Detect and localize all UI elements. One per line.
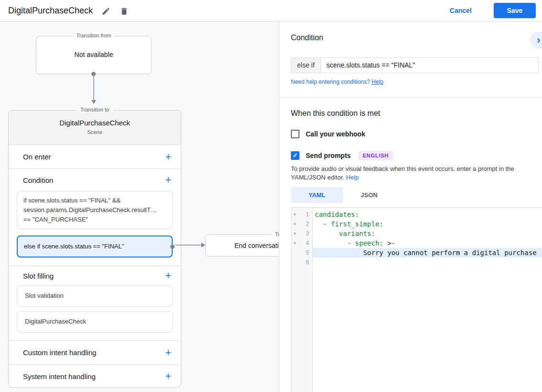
call-webhook-label: Call your webhook bbox=[306, 130, 365, 138]
check-icon: ✓ bbox=[293, 152, 298, 159]
slot-filling-label: Slot filling bbox=[23, 272, 165, 280]
custom-intent-label: Custom intent handling bbox=[23, 348, 165, 357]
line-number: 1 bbox=[299, 211, 312, 218]
send-prompts-checkbox[interactable]: ✓ bbox=[291, 151, 299, 160]
line-number: 2 bbox=[299, 221, 312, 227]
cancel-button[interactable]: Cancel bbox=[442, 3, 479, 18]
add-condition-button[interactable]: + bbox=[165, 175, 171, 185]
condition-expression-input[interactable]: scene.slots.status == "FINAL" bbox=[321, 58, 538, 73]
webhook-row: Call your webhook bbox=[291, 130, 365, 138]
line-number: 5 bbox=[299, 249, 312, 256]
yaml-code-editor[interactable]: ▾1 ▾2 ▾3 ▾4 5 6 candidates: - first_simp… bbox=[291, 207, 542, 392]
connector-arrowhead bbox=[201, 243, 205, 247]
flow-canvas: Transition from Not available Transition… bbox=[0, 22, 279, 392]
conditions-help-text: Need help entering conditions? Help bbox=[291, 78, 383, 85]
code-line: - speech: >- bbox=[313, 238, 542, 248]
end-conversation-node[interactable]: Transition to End conversation bbox=[205, 235, 279, 257]
connector-arrowhead bbox=[91, 100, 96, 104]
add-on-enter-button[interactable]: + bbox=[165, 152, 171, 162]
section-condition: Condition + if scene.slots.status == "FI… bbox=[9, 169, 181, 266]
add-custom-intent-button[interactable]: + bbox=[165, 347, 171, 358]
add-system-intent-button[interactable]: + bbox=[165, 371, 171, 381]
prompt-description: To provide audio or visual feedback when… bbox=[291, 165, 531, 182]
slot-item-validation[interactable]: Slot validation bbox=[17, 285, 173, 307]
fold-icon[interactable]: ▾ bbox=[292, 241, 299, 246]
scene-title: DigitalPurchaseCheck bbox=[9, 119, 181, 127]
editor-format-tabs: YAML JSON bbox=[291, 187, 395, 203]
slot-item-digitalpurchasecheck[interactable]: DigitalPurchaseCheck bbox=[17, 311, 173, 333]
collapse-panel-button[interactable]: › bbox=[530, 32, 542, 49]
section-slot-filling: Slot filling + Slot validation DigitalPu… bbox=[9, 266, 181, 341]
code-line bbox=[313, 258, 542, 267]
fold-icon[interactable]: ▾ bbox=[292, 222, 299, 226]
page-title: DigitalPurchaseCheck bbox=[8, 0, 93, 21]
section-system-intent: System intent handling + bbox=[9, 365, 181, 388]
scene-header[interactable]: DigitalPurchaseCheck Scene bbox=[9, 111, 181, 145]
condition-detail-panel: Condition › else if scene.slots.status =… bbox=[279, 22, 542, 392]
when-met-title: When this condition is met bbox=[291, 109, 380, 118]
edit-title-button[interactable] bbox=[100, 5, 112, 17]
trash-icon bbox=[120, 7, 129, 16]
conditions-help-link[interactable]: Help bbox=[372, 78, 384, 85]
connector-line bbox=[175, 245, 201, 246]
add-slot-button[interactable]: + bbox=[165, 270, 171, 281]
pencil-icon bbox=[101, 7, 111, 16]
editor-code-area[interactable]: candidates: - first_simple: variants: - … bbox=[313, 208, 542, 392]
system-intent-label: System intent handling bbox=[23, 372, 165, 381]
condition-expression-row: else if scene.slots.status == "FINAL" bbox=[291, 57, 539, 73]
code-line: - first_simple: bbox=[313, 219, 542, 229]
top-bar: DigitalPurchaseCheck Cancel Save bbox=[0, 0, 542, 22]
scene-editor-page: DigitalPurchaseCheck Cancel Save Transit… bbox=[0, 0, 542, 392]
send-prompts-row: ✓ Send prompts ENGLISH bbox=[291, 151, 393, 160]
connector-line bbox=[93, 75, 94, 100]
section-custom-intent: Custom intent handling + bbox=[9, 341, 181, 365]
panel-divider bbox=[279, 97, 542, 98]
line-number: 4 bbox=[299, 240, 312, 246]
transition-from-content: Not available bbox=[36, 36, 151, 58]
scene-node: Transition to DigitalPurchaseCheck Scene… bbox=[8, 110, 181, 388]
chevron-right-icon: › bbox=[537, 34, 540, 46]
fold-icon[interactable]: ▾ bbox=[292, 231, 299, 236]
condition-output-dot bbox=[170, 245, 175, 249]
condition-label: Condition bbox=[23, 176, 165, 184]
on-enter-label: On enter bbox=[23, 153, 165, 161]
editor-gutter: ▾1 ▾2 ▾3 ▾4 5 6 bbox=[292, 208, 313, 392]
code-line-highlighted: Sorry you cannot perform a digital purch… bbox=[313, 248, 542, 258]
save-button[interactable]: Save bbox=[494, 3, 536, 18]
section-on-enter: On enter + bbox=[9, 145, 181, 169]
code-line: candidates: bbox=[313, 210, 542, 219]
elseif-prefix-label: else if bbox=[291, 58, 321, 73]
line-number: 3 bbox=[299, 230, 312, 237]
send-prompts-label: Send prompts bbox=[306, 152, 351, 159]
condition-item-elseif-selected[interactable]: else if scene.slots.status == "FINAL" bbox=[17, 235, 173, 258]
language-badge: ENGLISH bbox=[358, 151, 393, 160]
tab-json[interactable]: JSON bbox=[343, 187, 395, 203]
end-node-content: End conversation bbox=[206, 235, 279, 256]
condition-item-if[interactable]: if scene.slots.status == "FINAL" && sess… bbox=[17, 191, 173, 229]
prompt-help-link[interactable]: Help bbox=[346, 174, 359, 181]
call-webhook-checkbox[interactable] bbox=[291, 130, 299, 138]
delete-scene-button[interactable] bbox=[118, 5, 130, 17]
fold-icon[interactable]: ▾ bbox=[292, 212, 299, 217]
tab-yaml[interactable]: YAML bbox=[291, 187, 343, 203]
transition-from-node[interactable]: Transition from Not available bbox=[36, 36, 152, 74]
line-number: 6 bbox=[299, 259, 312, 266]
scene-subtitle: Scene bbox=[9, 129, 181, 135]
panel-title: Condition bbox=[291, 34, 323, 42]
code-line: variants: bbox=[313, 229, 542, 238]
